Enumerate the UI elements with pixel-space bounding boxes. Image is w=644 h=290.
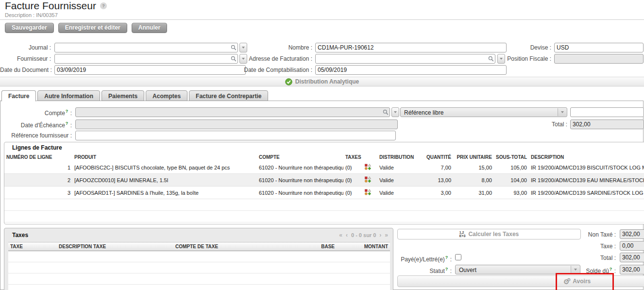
empty-tax-row[interactable] <box>8 273 390 285</box>
help-marker[interactable]: ? <box>610 267 612 272</box>
col-quantite[interactable]: QUANTITÉ <box>418 153 453 161</box>
tab-acomptes[interactable]: Acomptes <box>146 90 187 101</box>
taxes-header-row: TAXE DESCRIPTION TAXE COMPTE DE TAXE BAS… <box>8 242 390 251</box>
col-prix-unitaire[interactable]: PRIX UNITAIRE <box>453 153 494 161</box>
taxes-table-wrap: TAXE DESCRIPTION TAXE COMPTE DE TAXE BAS… <box>8 242 390 290</box>
empty-tax-row[interactable] <box>8 262 390 273</box>
analytic-distribution-icon[interactable] <box>365 164 371 170</box>
tab-facture[interactable]: Facture <box>1 90 36 102</box>
invoice-lines-section: Lignes de Facture NUMÉRO DE LIGNE PRODUI… <box>4 142 644 224</box>
taxes-section: Taxes « ‹ 0 - 0 sur 0 › » TAXE DESCRIPTI… <box>4 228 393 290</box>
col-taxe[interactable]: TAXE <box>8 242 57 251</box>
compte-dropdown-button[interactable] <box>391 107 399 117</box>
paye-lettre-label: Payé(e)/Lettré(e)? : <box>340 255 452 263</box>
compte-field[interactable]: 30020 - Dettes Fournisseurs <box>75 107 390 117</box>
help-marker[interactable]: ? <box>66 109 68 114</box>
statut-label: Statut? : <box>355 267 452 274</box>
col-numero-de-ligne[interactable]: NUMÉRO DE LIGNE <box>4 153 72 161</box>
calculator-icon: 1,2E+3 <box>459 231 466 238</box>
taxes-pager: « ‹ 0 - 0 sur 0 › » <box>339 232 388 239</box>
nombre-label: Nombre : <box>242 44 312 51</box>
col-distribution[interactable]: DISTRIBUTION <box>377 153 418 161</box>
toolbar: Sauvegarder Enregistrer et éditer Annule… <box>5 23 167 33</box>
empty-line-row[interactable] <box>4 222 644 225</box>
chevron-down-icon <box>394 111 397 113</box>
tab-facture-contrepartie[interactable]: Facture de Contrepartie <box>189 90 268 101</box>
record-description: Description : IN/00357 <box>5 12 58 18</box>
empty-line-row[interactable] <box>4 211 644 222</box>
journal-field[interactable]: PUR <box>54 43 238 52</box>
nombre-field[interactable]: CD1MA-PUR-190612 <box>315 43 507 52</box>
devise-field[interactable]: USD <box>554 43 644 52</box>
first-page-icon[interactable]: « <box>339 232 342 239</box>
date-echeance-field[interactable] <box>75 119 398 129</box>
invoice-line-row[interactable]: 3 [AFOOSARD1T-] SARDINES à l'huile, 135g… <box>4 187 644 199</box>
summary-total-field[interactable]: 302,00 <box>620 253 644 262</box>
search-icon[interactable] <box>231 45 237 52</box>
page-title: Facture Fournisseur? <box>5 0 107 12</box>
tab-paiements[interactable]: Paiements <box>102 90 144 101</box>
fournisseur-label: Fournisseur : <box>0 55 51 62</box>
date-comptabilisation-field[interactable]: 05/09/2019 <box>315 65 507 75</box>
col-compte[interactable]: COMPTE <box>257 153 343 161</box>
paye-lettre-checkbox[interactable] <box>455 254 461 260</box>
tab-autre-information[interactable]: Autre Information <box>37 90 100 101</box>
taxes-table: TAXE DESCRIPTION TAXE COMPTE DE TAXE BAS… <box>8 242 390 290</box>
help-marker[interactable]: ? <box>445 267 448 272</box>
last-page-icon[interactable]: » <box>385 232 388 239</box>
adresse-facturation-field[interactable]: ERIC, Congo, The Democratic Republic of … <box>315 54 495 64</box>
reference-fournisseur-label: Référence fournisseur : <box>0 132 72 139</box>
help-icon[interactable]: ? <box>100 2 107 9</box>
gears-icon: ⚙⚙ <box>563 277 571 286</box>
invoice-lines-header-row: NUMÉRO DE LIGNE PRODUIT COMPTE TAXES DIS… <box>4 153 644 161</box>
invoice-line-row[interactable]: 1 [AFOOBISC2C-] BISCUITS chocolate, type… <box>4 161 644 174</box>
total-label: Total : <box>495 121 567 128</box>
compte-label: Compte? : <box>0 109 72 117</box>
reference-libre-select[interactable]: Référence libre <box>400 107 567 117</box>
empty-line-row[interactable] <box>4 199 644 211</box>
next-page-icon[interactable]: › <box>379 232 381 239</box>
col-produit[interactable]: PRODUIT <box>72 153 257 161</box>
col-taxes[interactable]: TAXES <box>343 153 363 161</box>
taxe-field[interactable]: 0,00 <box>620 241 644 251</box>
invoice-line-row[interactable]: 2 [AFOOZCD0010] EAU MINERALE, 1.5l 61020… <box>4 174 644 187</box>
check-circle-icon <box>285 78 292 85</box>
empty-tax-row[interactable] <box>8 251 390 262</box>
total-field[interactable]: 302,00 <box>570 119 644 129</box>
taxe-label: Taxe : <box>534 243 616 250</box>
summary-total-label: Total : <box>534 255 616 261</box>
col-description[interactable]: DESCRIPTION <box>529 153 644 161</box>
supplier-invoice-form: Facture Fournisseur? Description : IN/00… <box>0 0 644 290</box>
non-taxe-field[interactable]: 302,00 <box>620 229 644 239</box>
search-icon[interactable] <box>383 109 389 117</box>
search-icon[interactable] <box>231 56 237 64</box>
cancel-button[interactable]: Annuler <box>132 23 167 33</box>
col-base[interactable]: BASE <box>300 242 337 251</box>
avoirs-button[interactable]: ⚙⚙ Avoirs <box>397 275 644 287</box>
non-taxe-label: Non Taxé : <box>534 231 616 238</box>
help-marker[interactable]: ? <box>445 255 448 260</box>
distribution-analytique-button[interactable]: Distribution Analytique <box>0 77 644 86</box>
solde-du-field[interactable]: 302,00 <box>620 265 644 274</box>
position-fiscale-field[interactable] <box>554 54 644 64</box>
fournisseur-field[interactable]: ETS LA GRACE <box>54 54 238 64</box>
analytic-distribution-icon[interactable] <box>365 176 371 183</box>
col-description-taxe[interactable]: DESCRIPTION TAXE <box>57 242 173 251</box>
adresse-facturation-label: Adresse de Facturation : <box>242 55 312 62</box>
col-sous-total[interactable]: SOUS-TOTAL <box>494 153 529 161</box>
date-echeance-label: Date d'Échéance? : <box>0 121 72 129</box>
header-divider <box>0 19 644 20</box>
analytic-distribution-icon[interactable] <box>365 189 371 195</box>
save-and-edit-button[interactable]: Enregistrer et éditer <box>58 23 127 33</box>
search-icon[interactable] <box>488 56 494 64</box>
save-button[interactable]: Sauvegarder <box>5 23 54 33</box>
previous-page-icon[interactable]: ‹ <box>346 232 348 239</box>
date-document-field[interactable]: 03/09/2019 <box>54 65 246 75</box>
date-comptabilisation-label: Date de Comptabilisation : <box>242 67 312 73</box>
help-marker[interactable]: ? <box>66 121 68 126</box>
reference-libre-value-field[interactable] <box>570 107 644 117</box>
reference-fournisseur-field[interactable] <box>75 131 396 140</box>
empty-tax-row[interactable] <box>8 285 390 290</box>
col-montant[interactable]: MONTANT <box>337 242 390 251</box>
col-compte-de-taxe[interactable]: COMPTE DE TAXE <box>173 242 300 251</box>
